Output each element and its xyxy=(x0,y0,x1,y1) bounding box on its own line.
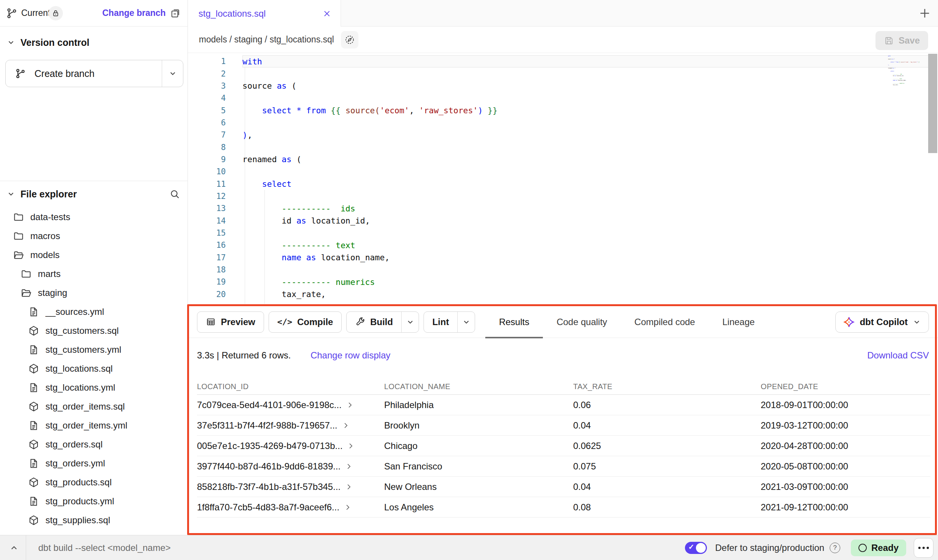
cell-location-name: New Orleans xyxy=(384,482,573,492)
file-tree-item-stg-locations-yml[interactable]: stg_locations.yml xyxy=(0,378,188,397)
column-header[interactable]: TAX_RATE xyxy=(573,382,761,391)
version-control-header[interactable]: Version control xyxy=(0,34,188,51)
breadcrumb: models / staging / stg_locations.sql xyxy=(199,34,334,45)
table-row[interactable]: 005e7e1c-1935-4269-b479-0713b... Chicago… xyxy=(197,436,930,456)
code-line-13[interactable]: 13 ---------- ids xyxy=(188,202,938,214)
cell-location-id: 005e7e1c-1935-4269-b479-0713b... xyxy=(197,441,342,451)
build-dropdown[interactable] xyxy=(401,312,419,332)
code-line-10[interactable]: 10 xyxy=(188,166,938,178)
file-explorer-title: File explorer xyxy=(20,189,164,200)
code-line-15[interactable]: 15 xyxy=(188,227,938,239)
code-line-17[interactable]: 17 name as location_name, xyxy=(188,252,938,264)
column-header[interactable]: LOCATION_ID xyxy=(197,382,384,391)
lint-button[interactable]: Lint xyxy=(424,311,475,333)
code-line-7[interactable]: 7 ), xyxy=(188,129,938,141)
file-tree-item-stg-order-items-sql[interactable]: stg_order_items.sql xyxy=(0,397,188,416)
tab-title: stg_locations.sql xyxy=(199,8,322,19)
panel-tab-results[interactable]: Results xyxy=(485,306,543,338)
file-tree-item-macros[interactable]: macros xyxy=(0,227,188,246)
expand-cell-icon[interactable] xyxy=(343,503,352,512)
panel-tab-compiled-code[interactable]: Compiled code xyxy=(621,306,709,338)
create-branch-button[interactable]: Create branch xyxy=(5,60,183,87)
expand-cell-icon[interactable] xyxy=(344,482,353,491)
close-icon[interactable] xyxy=(322,8,332,19)
file-tree-item-stg-products-sql[interactable]: stg_products.sql xyxy=(0,473,188,492)
expand-cell-icon[interactable] xyxy=(345,400,355,410)
file-tree-item-stg-order-items-yml[interactable]: stg_order_items.yml xyxy=(0,416,188,435)
code-line-4[interactable]: 4 xyxy=(188,92,938,104)
build-button[interactable]: Build xyxy=(346,311,419,333)
file-name: stg_order_items.sql xyxy=(45,401,125,412)
command-input[interactable]: dbt build --select <model_name> xyxy=(38,543,685,553)
file-explorer-header[interactable]: File explorer xyxy=(0,183,188,205)
lint-dropdown[interactable] xyxy=(457,312,475,332)
divider xyxy=(26,535,26,560)
table-row[interactable]: 1f8ffa70-7cb5-4d83-8a7f-9aceef6... Los A… xyxy=(197,497,930,518)
cell-location-name: San Francisco xyxy=(384,461,573,472)
panel-tab-lineage[interactable]: Lineage xyxy=(709,306,768,338)
change-branch-link[interactable]: Change branch xyxy=(102,8,166,18)
code-line-8[interactable]: 8 xyxy=(188,141,938,153)
chevron-up-icon[interactable] xyxy=(8,542,20,554)
code-line-6[interactable]: 6 xyxy=(188,117,938,129)
expand-cell-icon[interactable] xyxy=(344,462,353,471)
file-tree-item-staging[interactable]: staging xyxy=(0,283,188,302)
lineage-compass-icon[interactable] xyxy=(341,31,358,48)
line-number: 18 xyxy=(188,265,226,274)
file-tree-item-data-tests[interactable]: data-tests xyxy=(0,208,188,227)
file-tree-item-marts[interactable]: marts xyxy=(0,264,188,283)
line-number: 17 xyxy=(188,253,226,262)
compile-button[interactable]: </> Compile xyxy=(269,311,342,333)
code-line-5[interactable]: 5 select * from {{ source('ecom', 'raw_s… xyxy=(188,104,938,116)
create-branch-dropdown[interactable] xyxy=(162,60,183,87)
panel-tab-code-quality[interactable]: Code quality xyxy=(543,306,621,338)
file-tree-item-stg-customers-yml[interactable]: stg_customers.yml xyxy=(0,340,188,359)
cell-opened-date: 2020-05-08T00:00:00 xyxy=(761,461,930,472)
help-icon[interactable]: ? xyxy=(830,543,840,553)
preview-button[interactable]: Preview xyxy=(197,311,264,333)
download-csv-link[interactable]: Download CSV xyxy=(867,350,929,361)
version-control-section: Version control Create branch xyxy=(0,27,188,87)
save-button[interactable]: Save xyxy=(875,31,928,50)
file-tree-item-models[interactable]: models xyxy=(0,246,188,264)
new-tab-plus-icon[interactable] xyxy=(918,7,931,20)
editor-scrollbar[interactable] xyxy=(928,54,937,153)
table-row[interactable]: 7c079cea-5ed4-4101-906e-9198c... Philade… xyxy=(197,395,930,415)
code-line-12[interactable]: 12 xyxy=(188,190,938,202)
code-line-18[interactable]: 18 xyxy=(188,264,938,276)
code-line-9[interactable]: 9 renamed as ( xyxy=(188,153,938,166)
expand-cell-icon[interactable] xyxy=(341,421,350,430)
code-line-2[interactable]: 2 xyxy=(188,67,938,80)
file-tree-item-stg-orders-sql[interactable]: stg_orders.sql xyxy=(0,435,188,454)
chevron-down-icon xyxy=(406,318,414,326)
code-line-19[interactable]: 19 ---------- numerics xyxy=(188,276,938,288)
results-info-row: 3.3s | Returned 6 rows. Change row displ… xyxy=(197,343,929,368)
copy-icon[interactable] xyxy=(170,7,181,19)
file-tree-item--sources-yml[interactable]: __sources.yml xyxy=(0,302,188,321)
column-header[interactable]: LOCATION_NAME xyxy=(384,382,573,391)
ellipsis-menu-button[interactable] xyxy=(914,538,933,558)
code-line-20[interactable]: 20 tax_rate, xyxy=(188,288,938,300)
code-editor[interactable]: 1 with 2 3 source as ( 4 5 select * from… xyxy=(188,53,938,306)
file-tree-item-stg-customers-sql[interactable]: stg_customers.sql xyxy=(0,321,188,340)
defer-toggle[interactable]: ✓ xyxy=(685,542,707,554)
table-row[interactable]: 37e5f311-b7f4-4f2f-988b-719657... Brookl… xyxy=(197,415,930,436)
file-tree-item-stg-locations-sql[interactable]: stg_locations.sql xyxy=(0,359,188,378)
expand-cell-icon[interactable] xyxy=(346,441,355,451)
column-header[interactable]: OPENED_DATE xyxy=(761,382,930,391)
tab-stg-locations-sql[interactable]: stg_locations.sql xyxy=(188,0,341,27)
code-line-16[interactable]: 16 ---------- text xyxy=(188,239,938,251)
file-tree-item-stg-supplies-sql[interactable]: stg_supplies.sql xyxy=(0,511,188,530)
code-line-11[interactable]: 11 select xyxy=(188,178,938,190)
search-icon[interactable] xyxy=(169,189,180,199)
file-tree-item-stg-orders-yml[interactable]: stg_orders.yml xyxy=(0,454,188,473)
change-row-display-link[interactable]: Change row display xyxy=(311,350,391,361)
cell-location-id: 3977f440-b87d-461b-9dd6-81839... xyxy=(197,461,341,472)
file-tree-item-stg-products-yml[interactable]: stg_products.yml xyxy=(0,492,188,511)
table-row[interactable]: 858218fb-73f7-4b1b-a31f-57b345... New Or… xyxy=(197,477,930,497)
dbt-copilot-button[interactable]: dbt Copilot xyxy=(835,311,929,333)
code-line-14[interactable]: 14 id as location_id, xyxy=(188,214,938,227)
table-row[interactable]: 3977f440-b87d-461b-9dd6-81839... San Fra… xyxy=(197,456,930,477)
code-line-3[interactable]: 3 source as ( xyxy=(188,80,938,92)
code-line-1[interactable]: 1 with xyxy=(188,55,938,67)
